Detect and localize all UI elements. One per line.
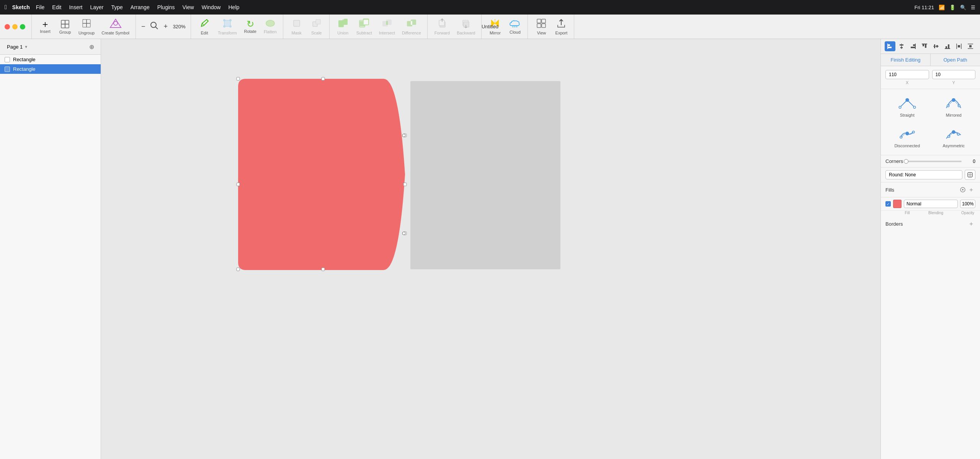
corners-slider[interactable]	[906, 161, 962, 162]
notification-icon[interactable]: ☰	[971, 5, 975, 10]
open-path-button[interactable]: Open Path	[931, 54, 980, 66]
create-symbol-button[interactable]: Create Symbol	[98, 16, 132, 37]
path-point-2[interactable]	[402, 232, 406, 235]
forward-button[interactable]: Forward	[431, 16, 453, 37]
intersect-button[interactable]: Intersect	[376, 16, 398, 37]
layer-item-rectangle-2[interactable]: Rectangle	[0, 64, 101, 74]
union-button[interactable]: Union	[333, 16, 353, 37]
app-name[interactable]: Sketch	[12, 4, 30, 10]
zoom-out-button[interactable]: −	[140, 22, 147, 31]
point-type-straight-button[interactable]: Straight	[885, 93, 929, 120]
position-y-field: Y	[932, 70, 976, 85]
mask-button[interactable]: Mask	[287, 16, 306, 37]
maximize-button[interactable]	[20, 24, 25, 29]
point-types-section: Straight Mirrored	[881, 89, 980, 155]
ungroup-icon	[81, 18, 92, 30]
svg-rect-35	[464, 22, 469, 27]
menu-window[interactable]: Window	[198, 3, 225, 11]
position-x-input[interactable]	[885, 70, 929, 79]
disconnected-icon	[898, 127, 917, 141]
difference-button[interactable]: Difference	[399, 16, 424, 37]
position-x-field: X	[885, 70, 929, 85]
point-type-asymmetric-button[interactable]: Asymmetric	[932, 124, 976, 151]
subtract-label: Subtract	[356, 31, 372, 35]
insert-button[interactable]: ＋ Insert	[36, 18, 55, 35]
page-selector[interactable]: Page 1 ▼	[5, 43, 30, 51]
fill-color-swatch[interactable]	[893, 200, 902, 208]
zoom-in-button[interactable]: +	[162, 22, 169, 31]
menu-layer[interactable]: Layer	[86, 3, 107, 11]
backward-button[interactable]: Backward	[454, 16, 478, 37]
cloud-button[interactable]: Cloud	[505, 17, 524, 36]
align-vertical-centers-button[interactable]	[931, 41, 941, 51]
position-y-input[interactable]	[932, 70, 976, 79]
zoom-group: − + 320%	[137, 15, 191, 39]
align-bottom-edges-button[interactable]	[942, 41, 953, 51]
rotate-button[interactable]: ↻ Rotate	[241, 18, 260, 35]
canvas-area[interactable]	[101, 39, 880, 459]
borders-add-button[interactable]: ＋	[967, 220, 975, 228]
align-left-edges-button[interactable]	[885, 41, 895, 51]
asymmetric-label: Asymmetric	[943, 143, 965, 148]
handle-ml[interactable]	[237, 183, 240, 186]
handle-bl[interactable]	[237, 268, 240, 271]
handle-tm[interactable]	[322, 77, 325, 81]
menu-help[interactable]: Help	[224, 3, 243, 11]
straight-icon	[898, 96, 917, 111]
apple-menu[interactable]: 	[5, 4, 7, 11]
subtract-button[interactable]: Subtract	[353, 16, 375, 37]
fill-enabled-checkbox[interactable]: ✓	[885, 201, 891, 207]
menu-plugins[interactable]: Plugins	[154, 3, 179, 11]
flatten-button[interactable]: Flatten	[261, 18, 280, 36]
handle-mr[interactable]	[403, 183, 407, 186]
round-select[interactable]: Round: None Round: All	[885, 170, 962, 179]
layer-item-rectangle-1[interactable]: Rectangle	[0, 55, 101, 64]
handle-tl[interactable]	[237, 77, 240, 81]
menu-edit[interactable]: Edit	[48, 3, 65, 11]
fill-blend-select[interactable]: Normal Multiply Screen	[904, 200, 958, 208]
borders-title: Borders	[885, 221, 967, 227]
corner-transform-button[interactable]	[965, 170, 975, 180]
scale-button[interactable]: Scale	[307, 16, 326, 37]
point-type-disconnected-button[interactable]: Disconnected	[885, 124, 929, 151]
distribute-horizontal-button[interactable]	[954, 41, 964, 51]
align-horizontal-centers-button[interactable]	[896, 41, 907, 51]
fills-settings-button[interactable]	[959, 186, 967, 194]
group-label: Group	[59, 30, 71, 34]
svg-rect-41	[537, 24, 541, 28]
mirrored-icon	[944, 96, 963, 111]
ungroup-button[interactable]: Ungroup	[75, 16, 98, 37]
view-button[interactable]: View	[532, 16, 551, 37]
align-top-edges-button[interactable]	[919, 41, 930, 51]
minimize-button[interactable]	[12, 24, 18, 29]
ungroup-label: Ungroup	[78, 31, 95, 35]
group-button[interactable]: Group	[56, 17, 75, 36]
svg-point-9	[114, 21, 118, 25]
forward-icon	[437, 18, 448, 30]
finish-editing-button[interactable]: Finish Editing	[881, 54, 931, 66]
point-type-mirrored-button[interactable]: Mirrored	[932, 93, 976, 120]
path-point-1[interactable]	[402, 134, 406, 137]
menu-type[interactable]: Type	[108, 3, 127, 11]
menu-insert[interactable]: Insert	[65, 3, 86, 11]
fill-opacity-input[interactable]	[960, 200, 975, 208]
add-page-button[interactable]: ⊕	[87, 42, 96, 51]
flatten-label: Flatten	[264, 30, 277, 34]
layer-visibility-2[interactable]	[5, 67, 10, 72]
menu-arrange[interactable]: Arrange	[127, 3, 154, 11]
transform-button[interactable]: Transform	[215, 16, 240, 37]
menu-view[interactable]: View	[179, 3, 198, 11]
layer-visibility-1[interactable]	[5, 57, 10, 62]
handle-bm[interactable]	[322, 268, 325, 271]
align-right-edges-button[interactable]	[908, 41, 918, 51]
edit-button[interactable]: Edit	[195, 16, 214, 37]
gray-rectangle-shape[interactable]	[410, 81, 560, 269]
close-button[interactable]	[5, 24, 10, 29]
corners-slider-thumb[interactable]	[904, 159, 908, 164]
export-button[interactable]: Export	[552, 16, 571, 37]
menu-file[interactable]: File	[32, 3, 49, 11]
fills-add-button[interactable]: ＋	[967, 186, 975, 194]
distribute-vertical-button[interactable]	[965, 41, 976, 51]
search-icon[interactable]: 🔍	[960, 5, 966, 10]
red-rectangle-shape[interactable]	[238, 79, 405, 270]
